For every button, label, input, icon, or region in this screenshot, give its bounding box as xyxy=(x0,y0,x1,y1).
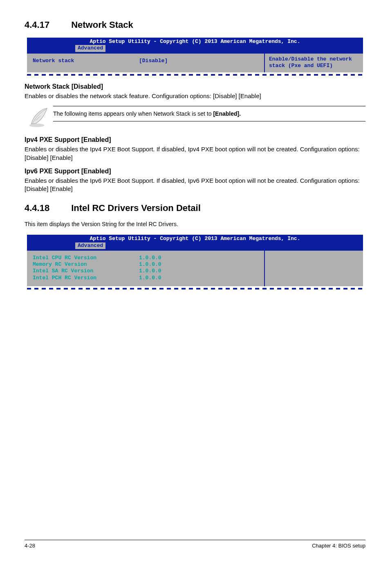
body-text: Enables or disables the Ipv6 PXE Boot Su… xyxy=(25,177,365,193)
page-number: 4-28 xyxy=(25,543,35,549)
note-block: The following items appears only when Ne… xyxy=(25,106,365,130)
subheading-network-stack-disabled: Network Stack [Disabled] xyxy=(25,83,365,90)
section-title: Intel RC Drivers Version Detail xyxy=(71,203,201,213)
bios-setting-value: 1.0.0.0 xyxy=(139,268,161,274)
chapter-title: Chapter 4: BIOS setup xyxy=(312,543,365,549)
bios-setting-row: Intel CPU RC Version 1.0.0.0 xyxy=(33,255,258,261)
bios-setting-row: Memory RC Version 1.0.0.0 xyxy=(33,261,258,268)
bios-tab-row: Advanced xyxy=(27,45,363,53)
subheading-ipv4-pxe: Ipv4 PXE Support [Enabled] xyxy=(25,136,365,144)
note-text-bold: [Enabled]. xyxy=(213,110,241,117)
bios-setting-value: 1.0.0.0 xyxy=(139,275,161,281)
body-text: Enables or disables the Ipv4 PXE Boot Su… xyxy=(25,145,365,162)
bios-tab-advanced: Advanced xyxy=(75,242,105,249)
bios-setting-value: 1.0.0.0 xyxy=(139,261,161,268)
dashed-divider xyxy=(27,288,363,290)
bios-setting-label: Memory RC Version xyxy=(33,261,139,268)
bios-setting-label: Network stack xyxy=(33,58,139,64)
bios-setting-label: Intel CPU RC Version xyxy=(33,255,139,261)
bios-title-bar: Aptio Setup Utility - Copyright (C) 2013… xyxy=(27,235,363,242)
section-number: 4.4.17 xyxy=(25,20,69,30)
section-title: Network Stack xyxy=(71,20,133,30)
body-text: This item displays the Version String fo… xyxy=(25,221,365,227)
dashed-divider xyxy=(27,74,363,76)
bios-setting-row: Network stack [Disable] xyxy=(33,58,258,64)
bios-setting-label: Intel PCH RC Version xyxy=(33,275,139,281)
bios-setting-label: Intel SA RC Version xyxy=(33,268,139,274)
bios-setting-row: Intel SA RC Version 1.0.0.0 xyxy=(33,268,258,274)
bios-setting-value: [Disable] xyxy=(139,58,168,64)
bios-setting-value: 1.0.0.0 xyxy=(139,255,161,261)
note-text-prefix: The following items appears only when Ne… xyxy=(53,110,213,117)
bios-screenshot-network-stack: Aptio Setup Utility - Copyright (C) 2013… xyxy=(27,38,363,72)
bios-help-pane: Enable/Disable the network stack (Pxe an… xyxy=(264,54,363,73)
feather-note-icon xyxy=(25,106,53,130)
section-heading-4-4-17: 4.4.17 Network Stack xyxy=(25,20,365,30)
note-text: The following items appears only when Ne… xyxy=(53,106,365,121)
body-text: Enables or disables the network stack fe… xyxy=(25,92,365,100)
bios-settings-pane: Intel CPU RC Version 1.0.0.0 Memory RC V… xyxy=(27,251,264,286)
bios-tab-advanced: Advanced xyxy=(75,45,105,52)
bios-help-pane xyxy=(264,251,363,286)
page-footer: 4-28 Chapter 4: BIOS setup xyxy=(25,540,365,549)
section-number: 4.4.18 xyxy=(25,203,69,213)
subheading-ipv6-pxe: Ipv6 PXE Support [Enabled] xyxy=(25,168,365,175)
bios-tab-row: Advanced xyxy=(27,242,363,251)
bios-screenshot-rc-drivers: Aptio Setup Utility - Copyright (C) 2013… xyxy=(27,235,363,286)
bios-title-bar: Aptio Setup Utility - Copyright (C) 2013… xyxy=(27,38,363,45)
section-heading-4-4-18: 4.4.18 Intel RC Drivers Version Detail xyxy=(25,203,365,213)
bios-setting-row: Intel PCH RC Version 1.0.0.0 xyxy=(33,275,258,281)
bios-settings-pane: Network stack [Disable] xyxy=(27,54,264,73)
